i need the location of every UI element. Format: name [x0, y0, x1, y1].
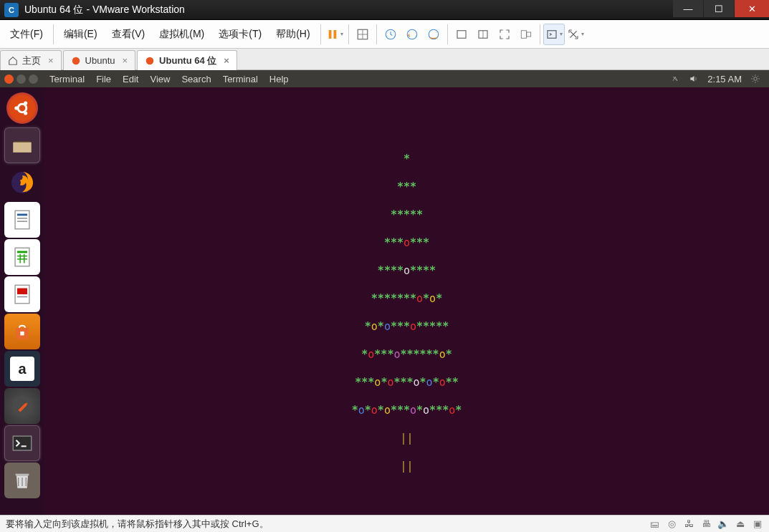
- svg-rect-28: [15, 248, 29, 266]
- svg-point-19: [24, 101, 27, 105]
- tab-close-button[interactable]: ×: [224, 55, 229, 66]
- sound-indicator[interactable]: [684, 74, 703, 84]
- tab-close-button[interactable]: ×: [123, 55, 128, 66]
- sound-icon[interactable]: 🔈: [717, 518, 729, 529]
- chevron-down-icon: ▾: [560, 31, 563, 37]
- svg-rect-24: [15, 211, 29, 229]
- ubuntu-icon: [71, 56, 81, 66]
- pause-icon: [326, 28, 339, 41]
- view-multi-button[interactable]: [472, 24, 494, 45]
- launcher-files[interactable]: [4, 127, 40, 163]
- pause-button[interactable]: ▾: [324, 24, 345, 45]
- disk-icon[interactable]: 🖴: [649, 518, 660, 529]
- network-icon: [670, 74, 680, 84]
- launcher-calc[interactable]: [4, 239, 40, 275]
- ubuntu-window-minimize[interactable]: [16, 74, 26, 84]
- tab-label: 主页: [22, 54, 41, 67]
- menu-edit[interactable]: 编辑(E): [57, 20, 105, 48]
- tab-label: Ubuntu: [85, 55, 115, 66]
- session-indicator[interactable]: [746, 74, 765, 84]
- menu-help[interactable]: 帮助(H): [269, 20, 317, 48]
- svg-rect-36: [17, 296, 27, 297]
- clock-manage-icon: [427, 28, 440, 41]
- fullscreen-button[interactable]: [494, 24, 515, 45]
- launcher-software[interactable]: [4, 314, 40, 349]
- send-cad-button[interactable]: [352, 24, 373, 45]
- gear-icon: [750, 74, 760, 84]
- window-title: Ubuntu 64 位 - VMware Workstation: [23, 4, 672, 16]
- svg-rect-25: [17, 214, 27, 216]
- manage-snapshots-button[interactable]: [423, 24, 444, 45]
- stretch-button[interactable]: ▾: [565, 24, 586, 45]
- ubuntu-menu-terminal[interactable]: Terminal: [217, 74, 264, 84]
- vmware-menubar: 文件(F) 编辑(E) 查看(V) 虚拟机(M) 选项卡(T) 帮助(H) ▾ …: [0, 20, 769, 49]
- svg-rect-1: [333, 30, 336, 39]
- launcher-dash[interactable]: [6, 92, 38, 124]
- console-button[interactable]: ▾: [543, 24, 565, 45]
- status-text: 要将输入定向到该虚拟机，请将鼠标指针移入其中或按 Ctrl+G。: [6, 518, 649, 531]
- ubuntu-logo-icon: [12, 98, 32, 118]
- svg-rect-37: [20, 332, 24, 335]
- svg-rect-8: [457, 30, 466, 38]
- vm-display[interactable]: Terminal File Edit View Search Terminal …: [0, 70, 769, 515]
- network-icon[interactable]: 🖧: [683, 518, 694, 529]
- vmware-tabs: 主页 × Ubuntu × Ubuntu 64 位 ×: [0, 49, 769, 70]
- ubuntu-menu-app[interactable]: Terminal: [44, 74, 90, 84]
- ubuntu-menu-help[interactable]: Help: [264, 74, 295, 84]
- menu-view[interactable]: 查看(V): [105, 20, 153, 48]
- launcher-impress[interactable]: [4, 276, 40, 312]
- tab-home[interactable]: 主页 ×: [0, 50, 62, 70]
- ascii-art: * *** ***** ***o*** ****o**** *******o*o…: [44, 87, 769, 515]
- unity-button[interactable]: [515, 24, 537, 45]
- maximize-button[interactable]: ☐: [704, 0, 734, 17]
- message-icon[interactable]: ▣: [752, 518, 763, 529]
- ubuntu-menu-search[interactable]: Search: [176, 74, 216, 84]
- fullscreen-icon: [498, 28, 511, 41]
- minimize-button[interactable]: —: [673, 0, 703, 17]
- tab-ubuntu[interactable]: Ubuntu ×: [63, 50, 136, 70]
- svg-rect-26: [17, 218, 27, 218]
- console-icon: [545, 28, 558, 41]
- launcher-amazon[interactable]: a: [4, 351, 40, 387]
- svg-rect-27: [17, 221, 27, 221]
- view-single-button[interactable]: [451, 24, 472, 45]
- terminal-body[interactable]: * *** ***** ***o*** ****o**** *******o*o…: [44, 87, 769, 515]
- menu-file[interactable]: 文件(F): [3, 20, 50, 48]
- launcher-trash[interactable]: [4, 463, 40, 498]
- svg-rect-11: [521, 30, 527, 38]
- launcher-firefox[interactable]: [4, 165, 40, 200]
- launcher-writer[interactable]: [4, 202, 40, 238]
- printer-icon[interactable]: 🖶: [700, 518, 712, 529]
- menu-divider: [348, 24, 349, 44]
- network-indicator[interactable]: [666, 74, 684, 84]
- revert-button[interactable]: [401, 24, 423, 45]
- ubuntu-top-panel: Terminal File Edit View Search Terminal …: [0, 70, 769, 87]
- usb-icon[interactable]: ⏏: [735, 518, 746, 529]
- shopping-bag-icon: [11, 320, 34, 343]
- ubuntu-menu-view[interactable]: View: [144, 74, 176, 84]
- svg-point-15: [146, 57, 154, 64]
- ubuntu-menu-edit[interactable]: Edit: [117, 74, 144, 84]
- menu-divider: [53, 24, 54, 44]
- document-icon: [10, 208, 34, 232]
- terminal-icon: [10, 431, 34, 455]
- launcher-terminal[interactable]: [4, 425, 40, 461]
- svg-rect-35: [17, 289, 27, 295]
- tab-ubuntu64[interactable]: Ubuntu 64 位 ×: [137, 50, 237, 70]
- svg-rect-22: [13, 142, 32, 153]
- snapshot-button[interactable]: [380, 24, 401, 45]
- chevron-down-icon: ▾: [340, 31, 343, 37]
- tab-close-button[interactable]: ×: [48, 55, 54, 66]
- cd-icon[interactable]: ◎: [666, 518, 677, 529]
- svg-point-14: [72, 57, 80, 64]
- menu-vm[interactable]: 虚拟机(M): [152, 20, 211, 48]
- close-button[interactable]: ✕: [735, 0, 769, 17]
- ubuntu-window-close[interactable]: [4, 74, 14, 84]
- amazon-icon: a: [10, 357, 34, 381]
- svg-point-18: [14, 106, 18, 110]
- launcher-settings[interactable]: [4, 388, 40, 424]
- ubuntu-window-maximize[interactable]: [29, 74, 38, 84]
- menu-tabs[interactable]: 选项卡(T): [211, 20, 269, 48]
- clock[interactable]: 2:15 AM: [703, 74, 746, 84]
- ubuntu-menu-file[interactable]: File: [90, 74, 117, 84]
